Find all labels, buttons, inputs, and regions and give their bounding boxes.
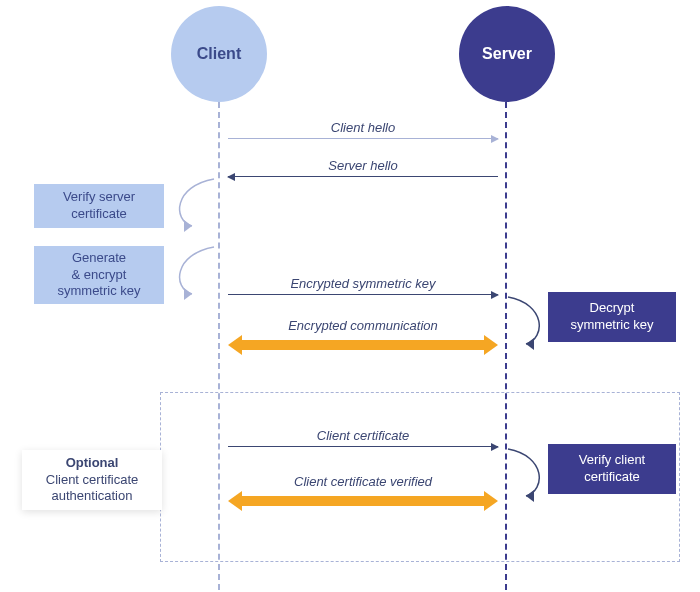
curve-generate-key <box>164 244 220 300</box>
curve-verify-server <box>164 176 220 232</box>
client-label: Client <box>197 45 241 63</box>
arrow-client-hello <box>228 138 498 139</box>
step-decrypt-key: Decrypt symmetric key <box>548 292 676 342</box>
optional-label-box: Optional Client certificate authenticati… <box>22 450 162 510</box>
msg-encrypted-comm: Encrypted communication <box>228 318 498 335</box>
curve-verify-client <box>506 446 556 502</box>
arrow-encrypted-key <box>228 294 498 295</box>
msg-client-cert-verified: Client certificate verified <box>228 474 498 491</box>
step-generate-key: Generate & encrypt symmetric key <box>34 246 164 304</box>
arrow-server-hello <box>228 176 498 177</box>
msg-client-cert: Client certificate <box>228 428 498 445</box>
msg-server-hello: Server hello <box>228 158 498 175</box>
msg-client-hello: Client hello <box>228 120 498 137</box>
svg-marker-1 <box>184 288 192 300</box>
server-actor: Server <box>459 6 555 102</box>
curve-decrypt-key <box>506 294 556 350</box>
msg-encrypted-key: Encrypted symmetric key <box>228 276 498 293</box>
svg-marker-2 <box>526 338 534 350</box>
client-actor: Client <box>171 6 267 102</box>
arrow-client-cert-verified <box>242 496 484 506</box>
arrow-encrypted-comm <box>242 340 484 350</box>
step-verify-client-cert: Verify client certificate <box>548 444 676 494</box>
step-verify-server-cert: Verify server certificate <box>34 184 164 228</box>
svg-marker-3 <box>526 490 534 502</box>
svg-marker-0 <box>184 220 192 232</box>
arrow-client-cert <box>228 446 498 447</box>
tls-handshake-diagram: Client Server Client hello Server hello … <box>0 0 700 592</box>
server-label: Server <box>482 45 532 63</box>
